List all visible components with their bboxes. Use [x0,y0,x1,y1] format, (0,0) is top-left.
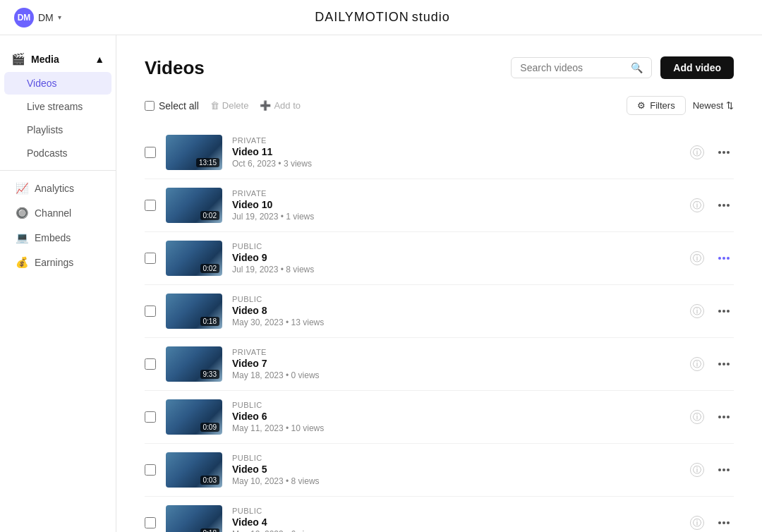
embeds-icon: 💻 [16,231,29,244]
dot-3 [727,310,730,313]
info-icon[interactable]: ⓘ [690,251,704,265]
video-duration: 13:15 [196,158,219,167]
video-duration: 0:09 [200,423,219,432]
dot-2 [722,416,725,418]
video-thumbnail[interactable]: 0:02 [166,241,222,276]
info-icon[interactable]: ⓘ [690,304,704,318]
video-duration: 9:33 [200,370,219,379]
select-all-checkbox[interactable] [145,101,155,111]
chevron-down-icon: ▾ [58,13,61,21]
dot-3 [727,204,730,207]
toolbar-right: ⚙ Filters Newest ⇅ [627,96,734,115]
more-options-button[interactable] [714,360,734,368]
sidebar-divider [0,170,116,171]
add-video-button[interactable]: Add video [660,56,734,79]
earnings-icon: 💰 [16,256,29,269]
sidebar-item-embeds[interactable]: 💻 Embeds [4,226,111,250]
row-checkbox[interactable] [145,464,156,476]
more-options-button[interactable] [714,519,734,527]
sidebar: 🎬 Media ▲ Videos Live streams Playlists … [0,35,116,532]
sidebar-item-videos[interactable]: Videos [4,72,111,95]
sidebar-item-channel[interactable]: 🔘 Channel [4,201,111,225]
search-input[interactable] [520,62,625,73]
add-to-button[interactable]: ➕ Add to [260,100,301,111]
logo: DAILYMOTIONstudio [312,10,450,25]
video-info: PUBLIC Video 8 May 30, 2023 • 13 views [232,295,680,327]
sidebar-item-analytics[interactable]: 📈 Analytics [4,176,111,200]
dot-2 [722,363,725,365]
sort-icon: ⇅ [726,100,734,111]
more-options-button[interactable] [714,466,734,474]
more-options-button[interactable] [714,254,734,262]
video-thumbnail[interactable]: 13:15 [166,135,222,170]
sidebar-item-live-streams[interactable]: Live streams [4,95,111,118]
media-section[interactable]: 🎬 Media ▲ [0,47,116,71]
video-info: PRIVATE Video 10 Jul 19, 2023 • 1 views [232,189,680,222]
video-title: Video 8 [232,305,680,316]
table-row: 0:03 PUBLIC Video 5 May 10, 2023 • 8 vie… [145,444,734,497]
video-thumbnail[interactable]: 9:33 [166,346,222,382]
delete-button[interactable]: 🗑 Delete [210,100,249,111]
sidebar-item-podcasts[interactable]: Podcasts [4,142,111,164]
row-checkbox[interactable] [145,147,156,158]
search-box: 🔍 [511,57,652,78]
sort-button[interactable]: Newest ⇅ [693,100,734,111]
table-row: 0:18 PUBLIC Video 8 May 30, 2023 • 13 vi… [145,285,734,338]
info-icon[interactable]: ⓘ [690,463,704,477]
more-options-button[interactable] [714,148,734,157]
video-visibility: PUBLIC [232,401,680,409]
info-icon[interactable]: ⓘ [690,145,704,159]
video-meta: Oct 6, 2023 • 3 views [232,159,680,169]
row-checkbox[interactable] [145,411,156,423]
video-duration: 0:02 [200,264,219,273]
row-checkbox[interactable] [145,517,156,528]
sidebar-item-playlists[interactable]: Playlists [4,119,111,141]
layout: 🎬 Media ▲ Videos Live streams Playlists … [0,35,762,532]
select-all-wrap[interactable]: Select all [145,100,199,111]
row-checkbox[interactable] [145,306,156,317]
dot-3 [727,521,730,524]
username: DM [38,12,54,23]
row-checkbox[interactable] [145,358,156,370]
search-icon: 🔍 [631,62,643,73]
dot-2 [722,257,725,260]
dot-2 [722,468,725,471]
avatar: DM [14,8,34,28]
channel-icon: 🔘 [16,207,29,219]
sidebar-item-earnings[interactable]: 💰 Earnings [4,250,111,274]
more-options-button[interactable] [714,307,734,315]
video-meta: Jul 19, 2023 • 1 views [232,212,680,222]
filters-button[interactable]: ⚙ Filters [627,96,685,115]
video-info: PRIVATE Video 7 May 18, 2023 • 0 views [232,348,680,380]
table-row: 9:33 PRIVATE Video 7 May 18, 2023 • 0 vi… [145,338,734,391]
dot-1 [718,363,721,365]
more-options-button[interactable] [714,413,734,421]
video-thumbnail[interactable]: 0:03 [166,452,222,488]
table-row: 0:02 PRIVATE Video 10 Jul 19, 2023 • 1 v… [145,179,734,232]
page-header: Videos 🔍 Add video [145,56,734,79]
video-info: PUBLIC Video 5 May 10, 2023 • 8 views [232,454,680,486]
video-thumbnail[interactable]: 0:18 [166,505,222,532]
info-icon[interactable]: ⓘ [690,410,704,424]
video-visibility: PRIVATE [232,136,680,145]
video-thumbnail[interactable]: 0:02 [166,188,222,223]
topbar: DM DM ▾ DAILYMOTIONstudio [0,0,762,35]
row-checkbox[interactable] [145,200,156,211]
main-content: Videos 🔍 Add video Select all 🗑 Delete [116,35,762,532]
row-checkbox[interactable] [145,253,156,264]
dot-3 [727,363,730,365]
select-all-label: Select all [159,100,199,111]
video-thumbnail[interactable]: 0:09 [166,399,222,435]
video-meta: Jul 19, 2023 • 8 views [232,265,680,274]
user-menu[interactable]: DM DM ▾ [14,8,61,28]
toolbar-left: Select all 🗑 Delete ➕ Add to [145,100,301,111]
video-title: Video 7 [232,358,680,369]
delete-icon: 🗑 [210,100,219,111]
info-icon[interactable]: ⓘ [690,357,704,371]
info-icon[interactable]: ⓘ [690,198,704,212]
info-icon[interactable]: ⓘ [690,516,704,530]
video-thumbnail[interactable]: 0:18 [166,294,222,329]
video-visibility: PRIVATE [232,189,680,198]
more-options-button[interactable] [714,201,734,210]
dot-3 [727,416,730,418]
